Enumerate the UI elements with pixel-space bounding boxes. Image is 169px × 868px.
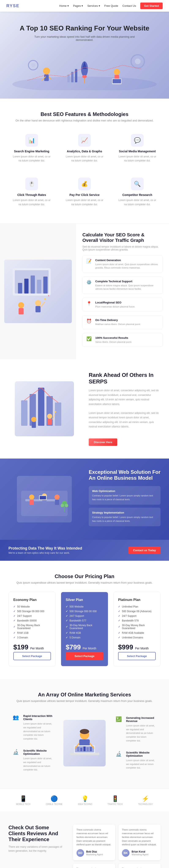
plan-period: Per Month [82, 647, 96, 650]
feature-title: Analytics, Data & Graphs [66, 150, 103, 153]
feature-desc: Lorem ipsum dolor sit amet, co ur na tut… [66, 198, 103, 206]
select-package-button[interactable]: Select Package [66, 652, 103, 660]
select-package-button[interactable]: Select Package [13, 652, 51, 660]
calc-item: ✅ 100% Successful Results Varius libero.… [82, 333, 163, 347]
service-desc: Lorem ipsum dolor sit amet, we regulated… [126, 724, 156, 743]
business-title: Exceptional Web Solution For An Online B… [89, 469, 161, 481]
tech-icon: 🔵 [46, 795, 63, 802]
services-section: An Array Of Online Marketing Services Qu… [0, 679, 169, 788]
feature-desc: Lorem ipsum dolor sit amet, co ur na tut… [118, 198, 156, 206]
check-icon: ✓ [13, 619, 15, 622]
tech-item: 🚦 TRAFFIC TECH [107, 795, 123, 805]
svg-rect-25 [37, 280, 41, 293]
rank-content: Rank Ahead Of Others In SERPS Lorem ipsu… [89, 372, 161, 446]
navigation: RYSE Home ▾ Pages ▾ Services ▾ Free Quot… [0, 0, 169, 12]
svg-point-58 [65, 504, 68, 507]
check-icon: ✓ [118, 619, 120, 622]
pricing-feature: ✓ 500 Storage 09 000 000 [13, 610, 51, 613]
business-cards: Web Optimization Contrary to popular bel… [89, 486, 161, 526]
feature-card: 🔍 Competitor Research Lorem ipsum dolor … [114, 173, 161, 211]
contact-today-button[interactable]: Contact us Today [129, 547, 161, 554]
features-section: Best SEO Features & Methodologies On the… [0, 99, 169, 223]
pricing-section: Choose Our Pricing Plan Quis ipsum suspe… [0, 561, 169, 679]
pricing-feature: ✓ RAM 4GB [66, 631, 103, 634]
avatar: BD [76, 849, 84, 857]
check-icon: ✓ [13, 615, 15, 617]
service-item: 🔬 Scientific Website Optimization Lorem … [111, 747, 161, 774]
feature-card: 💰 Pay Per Click Service Lorem ipsum dolo… [61, 173, 108, 211]
testimonial-role: Marketing Agent [86, 853, 103, 856]
logo: RYSE [6, 3, 20, 8]
nav-home[interactable]: Home ▾ [59, 4, 69, 7]
tech-item: 🔵 CIRBLE TECHNE [46, 795, 63, 805]
testimonial-card: There commodo viverra maecenas accumsan … [119, 864, 161, 868]
svg-rect-34 [21, 400, 28, 426]
calc-item-icon: ⏰ [86, 318, 92, 323]
check-icon: ✓ [66, 605, 68, 608]
pricing-feature: ✓ 3 Domain [13, 636, 51, 639]
svg-point-64 [80, 729, 89, 734]
feature-title: Social Media Management [118, 150, 156, 153]
nav-services[interactable]: Services ▾ [87, 4, 100, 7]
calc-subtitle: Sed do eiusmod tempor incididunt ut labo… [82, 245, 163, 251]
testimonials-section: Check Out Some Clients Reviews And Their… [0, 812, 169, 868]
pricing-feature: ✓ 500 Storage 000 00 000 [66, 610, 103, 613]
hero-illustration [8, 48, 161, 90]
testimonial-role: Marketing Agent [132, 853, 148, 856]
services-layout: 👥 Rapid Interaction With Clients Lorem i… [8, 710, 161, 776]
tech-item: 📱 MOBILE TECH [16, 795, 30, 805]
tech-section: 📱 MOBILE TECH 🔵 CIRBLE TECHNE 💡 IDEA TEC… [0, 789, 169, 812]
feature-icon: 💰 [78, 178, 91, 190]
tech-icon: 💡 [78, 795, 92, 802]
check-icon: ✓ [66, 631, 68, 634]
svg-rect-40 [32, 422, 36, 428]
pricing-card: Platinum Plan ✓ Unlimited Plan ✓ 500 Sto… [113, 592, 161, 666]
svg-text:✦: ✦ [47, 294, 49, 297]
svg-point-57 [61, 504, 64, 507]
feature-desc: Lorem ipsum dolor sit amet, co ur na tut… [66, 155, 103, 163]
nav-pages[interactable]: Pages ▾ [73, 4, 83, 7]
features-grid: 📊 Search Engine Marketing Lorem ipsum do… [8, 130, 161, 211]
pricing-title: Choose Our Pricing Plan [8, 574, 161, 579]
pricing-feature: ✓ 24/7 Support [66, 615, 103, 617]
features-title: Best SEO Features & Methodologies [8, 111, 161, 117]
check-icon: ✓ [13, 605, 15, 608]
features-subtitle: On the other hand we denounce with right… [8, 119, 161, 122]
calc-item-desc: Elatere at dolore magna aliqua. Quis ips… [95, 284, 160, 291]
calc-item-desc: Lorem ipsum dolor sit amet. Quis ipsum s… [95, 262, 160, 270]
feature-icon: 🔍 [131, 178, 144, 190]
check-icon: ✓ [66, 619, 68, 622]
svg-point-9 [43, 67, 50, 74]
service-icon: 👥 [13, 714, 20, 720]
business-card-desc: Contrary to popular belief. Lorem ipsum … [92, 494, 157, 501]
tech-label: TECHNOLOGY [138, 803, 153, 805]
discover-here-button[interactable]: Discover Here [89, 438, 117, 446]
pricing-feature: ✓ 30-Day Money Back Guaranteed [66, 624, 103, 630]
service-title: Rapid Interaction With Clients [23, 714, 54, 721]
get-started-button[interactable]: Get Started [140, 3, 163, 9]
business-section: Exceptional Web Solution For An Online B… [0, 459, 169, 540]
business-card: Web Optimization Contrary to popular bel… [89, 486, 161, 505]
nav-contact[interactable]: Contact Us [123, 4, 136, 7]
service-title: Scientific Website Optimization [126, 751, 156, 757]
nav-free-quote[interactable]: Free Quote [104, 4, 118, 7]
svg-point-41 [47, 414, 52, 419]
protect-section: Protecting Data The Way It Was Intended … [0, 540, 169, 561]
svg-point-51 [55, 495, 60, 500]
plan-price: $799 Per Month [66, 643, 103, 651]
tech-icon: 📱 [16, 795, 30, 802]
tech-label: TRAFFIC TECH [107, 803, 123, 805]
pricing-feature: ✓ RAM 4GB Available [118, 631, 156, 634]
feature-icon: 📊 [25, 134, 38, 147]
svg-rect-36 [38, 388, 44, 426]
svg-rect-69 [83, 747, 86, 751]
select-package-button[interactable]: Select Package [118, 652, 156, 660]
business-card: Strategy Implementation Contrary to popu… [89, 508, 161, 526]
plan-price: $199 Per Month [13, 643, 51, 651]
svg-point-27 [18, 302, 24, 308]
services-left: 👥 Rapid Interaction With Clients Lorem i… [8, 710, 58, 776]
calc-item: ⏰ On-Time Delivery Matthan varius libero… [82, 315, 163, 329]
pricing-feature: ✓ 50 Website [13, 605, 51, 608]
nav-links: Home ▾ Pages ▾ Services ▾ Free Quote Con… [59, 3, 163, 9]
service-icon: 💹 [115, 716, 123, 722]
